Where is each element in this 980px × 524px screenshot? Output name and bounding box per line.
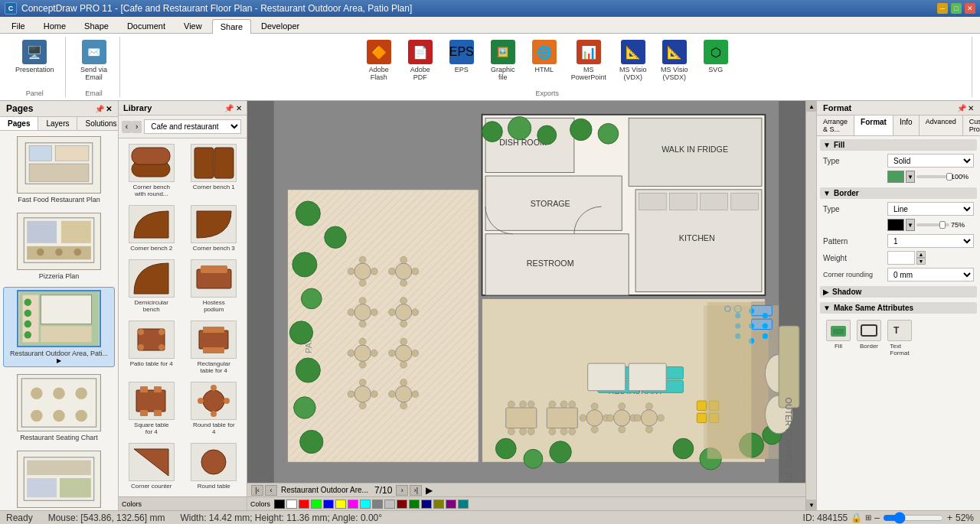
format-tab-custom[interactable]: Custom Pro... (963, 116, 980, 135)
zoom-fit-icon[interactable]: ⊞ (865, 513, 871, 522)
ribbon-btn-pdf[interactable]: 📄 AdobePDF (401, 37, 439, 84)
make-same-border[interactable]: Border (857, 320, 881, 356)
floor-plan-svg[interactable]: DISH ROOM STORAGE WALK IN FRIDGE KITCHEN… (247, 101, 805, 483)
library-close-icon[interactable]: ✕ (236, 104, 242, 112)
format-close-icon[interactable]: ✕ (968, 104, 974, 112)
format-tab-arrange[interactable]: Arrange & S... (817, 116, 854, 135)
ribbon-btn-vsdx[interactable]: 📐 MS Visio(VSDX) (655, 37, 694, 84)
format-tab-info[interactable]: Info (893, 116, 920, 135)
page-item-3[interactable]: Restaurant Outdoor Area, Pati... ▶ (3, 287, 115, 367)
lib-item-6[interactable]: Hostesspodium (185, 257, 244, 315)
lib-nav-prev[interactable]: ‹ (122, 121, 132, 133)
shadow-section-header[interactable]: ▶ Shadow (820, 286, 977, 298)
tab-file[interactable]: File (3, 18, 34, 33)
page-item-5[interactable]: The Full-Service Bar (3, 448, 115, 510)
scroll-track[interactable] (806, 112, 816, 500)
tab-document[interactable]: Document (119, 18, 174, 33)
library-category-select[interactable]: Cafe and restaurant (144, 119, 241, 134)
lib-item-8[interactable]: Rectangulartable for 4 (185, 318, 244, 376)
tab-view[interactable]: View (175, 18, 211, 33)
zoom-in-icon[interactable]: + (947, 513, 952, 523)
color-darkgreen[interactable] (409, 500, 420, 509)
close-btn[interactable]: ✕ (965, 3, 975, 14)
pages-tab-pages[interactable]: Pages (0, 117, 38, 130)
ribbon-btn-graphic[interactable]: 🖼️ Graphicfile (484, 37, 522, 84)
ribbon-btn-presentation[interactable]: 🖥️ Presentation (11, 37, 59, 76)
tab-home[interactable]: Home (35, 18, 74, 33)
border-pattern-select[interactable]: 1 (887, 234, 974, 248)
zoom-out-icon[interactable]: – (874, 513, 880, 523)
fill-opacity-slider[interactable] (916, 175, 949, 178)
fill-color-dropdown[interactable]: ▼ (906, 171, 915, 183)
zoom-slider[interactable] (883, 512, 944, 524)
lib-item-10[interactable]: Round table for4 (185, 379, 244, 438)
pages-tab-layers[interactable]: Layers (38, 117, 77, 130)
border-opacity-slider[interactable] (916, 223, 949, 226)
border-type-select[interactable]: Line (887, 202, 974, 216)
library-pin-icon[interactable]: 📌 (224, 104, 234, 112)
border-corner-select[interactable]: 0 mm (887, 268, 974, 282)
color-purple[interactable] (446, 500, 456, 509)
lib-item-9[interactable]: Square tablefor 4 (122, 379, 181, 438)
nav-arrow-btn[interactable]: ▶ (423, 485, 436, 496)
minimize-btn[interactable]: ─ (937, 3, 948, 14)
border-weight-input[interactable]: 1 pt (887, 251, 915, 265)
border-section-header[interactable]: ▼ Border (820, 187, 977, 199)
make-same-fill[interactable]: Fill (826, 320, 851, 356)
lib-item-5[interactable]: Demicircularbench (122, 257, 181, 315)
ribbon-btn-ppt[interactable]: 📊 MSPowerPoint (567, 37, 611, 84)
page-item-2[interactable]: Pizzeria Plan (3, 210, 115, 282)
lib-item-11[interactable]: Corner counter (122, 441, 181, 492)
canvas-container[interactable]: DISH ROOM STORAGE WALK IN FRIDGE KITCHEN… (247, 101, 805, 483)
canvas-scrollbar-vertical[interactable]: ▲ ▼ (805, 101, 816, 510)
maximize-btn[interactable]: □ (951, 3, 962, 14)
lib-item-7[interactable]: Patio table for 4 (122, 318, 181, 376)
make-same-text-format[interactable]: T TextFormat (887, 320, 912, 356)
color-teal[interactable] (458, 500, 469, 509)
lib-nav-next[interactable]: › (132, 121, 142, 133)
color-gray[interactable] (372, 500, 383, 509)
page-item-4[interactable]: Restaurant Seating Chart (3, 372, 115, 444)
color-black[interactable] (274, 500, 285, 509)
lib-item-3[interactable]: Corner bench 2 (122, 203, 181, 254)
format-tab-advanced[interactable]: Advanced (920, 116, 963, 135)
scroll-down-btn[interactable]: ▼ (806, 500, 817, 510)
color-olive[interactable] (433, 500, 444, 509)
color-blue[interactable] (323, 500, 334, 509)
fill-type-select[interactable]: Solid (887, 154, 974, 168)
lib-item-4[interactable]: Corner bench 3 (185, 203, 244, 254)
lib-item-2[interactable]: Corner bench 1 (185, 142, 244, 200)
fill-color-swatch[interactable] (887, 171, 904, 183)
color-green[interactable] (311, 500, 322, 509)
nav-first-btn[interactable]: |‹ (251, 485, 263, 496)
make-same-section-header[interactable]: ▼ Make Same Attributes (820, 302, 977, 314)
ribbon-btn-vdx[interactable]: 📐 MS Visio(VDX) (614, 37, 652, 84)
page-item-1[interactable]: Fast Food Restaurant Plan (3, 134, 115, 206)
color-maroon[interactable] (397, 500, 407, 509)
ribbon-btn-flash[interactable]: 🔶 AdobeFlash (360, 37, 398, 84)
color-red[interactable] (299, 500, 309, 509)
lib-item-1[interactable]: Corner benchwith round... (122, 142, 181, 200)
tab-shape[interactable]: Shape (76, 18, 117, 33)
format-pin-icon[interactable]: 📌 (957, 104, 966, 112)
nav-prev-btn[interactable]: ‹ (265, 485, 277, 496)
color-magenta[interactable] (348, 500, 358, 509)
scroll-up-btn[interactable]: ▲ (806, 101, 817, 112)
border-weight-down[interactable]: ▼ (916, 258, 926, 265)
nav-last-btn[interactable]: ›| (410, 485, 422, 496)
pages-pin-icon[interactable]: 📌 (95, 105, 104, 113)
pages-close-icon[interactable]: ✕ (106, 105, 112, 113)
color-yellow[interactable] (335, 500, 346, 509)
color-navy[interactable] (421, 500, 432, 509)
border-weight-up[interactable]: ▲ (916, 251, 926, 258)
fill-section-header[interactable]: ▼ Fill (820, 139, 977, 151)
color-white[interactable] (286, 500, 297, 509)
lib-item-12[interactable]: Round table (185, 441, 244, 492)
tab-share[interactable]: Share (212, 19, 251, 34)
ribbon-btn-eps[interactable]: EPS EPS (443, 37, 481, 76)
border-color-dropdown[interactable]: ▼ (906, 219, 915, 231)
tab-developer[interactable]: Developer (253, 18, 308, 33)
ribbon-btn-html[interactable]: 🌐 HTML (525, 37, 564, 76)
border-color-swatch[interactable] (887, 219, 904, 231)
color-cyan[interactable] (360, 500, 371, 509)
